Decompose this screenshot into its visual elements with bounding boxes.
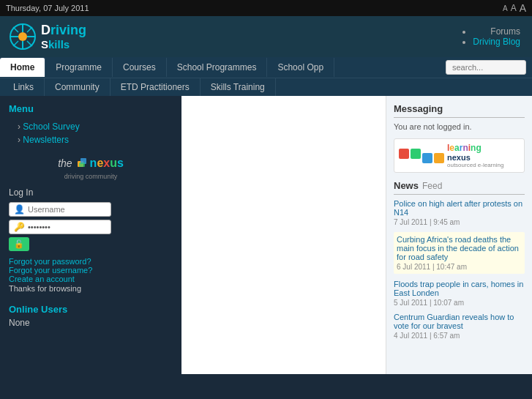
news-date-3: 4 Jul 2011 | 6:57 am bbox=[394, 332, 525, 340]
content-area bbox=[181, 96, 386, 374]
svg-line-9 bbox=[13, 41, 18, 46]
content-white bbox=[181, 96, 386, 374]
username-input[interactable] bbox=[28, 205, 106, 214]
login-button[interactable]: 🔓 bbox=[9, 237, 29, 251]
nexus-logo: the nexus bbox=[9, 157, 173, 170]
nexus-cube-icon bbox=[77, 157, 89, 169]
nav-school-opp[interactable]: School Opp bbox=[267, 58, 334, 77]
nexus-subtitle: driving community bbox=[9, 173, 173, 180]
nav-links[interactable]: Links bbox=[3, 78, 45, 96]
svg-point-1 bbox=[18, 32, 27, 41]
news-item-0: Police on high alert after protests on N… bbox=[394, 199, 525, 226]
news-link-3[interactable]: Centrum Guardian reveals how to vote for… bbox=[394, 313, 525, 330]
password-icon: 🔑 bbox=[14, 222, 25, 232]
online-users-value: None bbox=[9, 318, 173, 328]
forum-link[interactable]: Forums bbox=[473, 26, 520, 37]
logo-s: S bbox=[41, 38, 48, 51]
forgot-password-link[interactable]: Forgot your password? bbox=[9, 257, 173, 266]
right-panel: Messaging You are not logged in. learnin… bbox=[386, 96, 532, 374]
logo-d: D bbox=[41, 23, 50, 37]
ln-cube-red bbox=[399, 149, 409, 159]
header-links: Forums Driving Blog bbox=[473, 26, 523, 47]
nav-etd[interactable]: ETD Practitioners bbox=[110, 78, 201, 96]
news-section: News Feed Police on high alert after pro… bbox=[394, 180, 525, 340]
logo-riving: riving bbox=[50, 23, 86, 37]
not-logged-text: You are not logged in. bbox=[394, 122, 525, 131]
forgot-username-link[interactable]: Forgot your username? bbox=[9, 266, 173, 275]
login-title: Log In bbox=[9, 187, 173, 198]
svg-line-8 bbox=[27, 27, 32, 32]
login-btn-icon: 🔓 bbox=[14, 239, 24, 249]
sidebar: Menu School Survey Newsletters the nexus bbox=[0, 96, 181, 374]
learning-nexus-logo: learning nexus outsourced e-learning bbox=[394, 138, 525, 173]
messaging-title: Messaging bbox=[394, 103, 525, 118]
thanks-text: Thanks for browsing bbox=[9, 284, 81, 293]
menu-title: Menu bbox=[9, 103, 173, 114]
ln-cube-yellow bbox=[434, 153, 444, 163]
news-item-2: Floods trap people in cars, homes in Eas… bbox=[394, 280, 525, 307]
login-form: Log In 👤 🔑 🔓 Forgot your password? Forgo… bbox=[9, 187, 173, 294]
login-button-row: 🔓 bbox=[9, 237, 111, 251]
ln-learning: learning bbox=[447, 143, 503, 153]
nexus-word: nexus bbox=[90, 157, 124, 170]
nav-courses[interactable]: Courses bbox=[113, 58, 167, 77]
password-field-wrapper[interactable]: 🔑 bbox=[9, 220, 111, 234]
site-header: Driving Skills Forums Driving Blog bbox=[0, 16, 532, 57]
logo-icon bbox=[9, 23, 37, 51]
logo-text: Driving Skills bbox=[41, 23, 86, 51]
news-link-1[interactable]: Curbing Africa's road deaths the main fo… bbox=[397, 235, 522, 261]
svg-line-6 bbox=[13, 27, 18, 32]
forgot-links: Forgot your password? Forgot your userna… bbox=[9, 257, 173, 294]
forum-anchor[interactable]: Forums bbox=[490, 26, 520, 37]
ln-cube-green bbox=[411, 149, 421, 159]
messaging-section: Messaging You are not logged in. bbox=[394, 103, 525, 131]
search-container[interactable] bbox=[440, 57, 532, 78]
main-content: Menu School Survey Newsletters the nexus bbox=[0, 96, 532, 374]
nexus-the: the bbox=[58, 157, 72, 169]
sidebar-item-newsletters[interactable]: Newsletters bbox=[9, 133, 173, 146]
online-users-section: Online Users None bbox=[9, 304, 173, 328]
ln-cubes bbox=[399, 149, 444, 163]
svg-line-7 bbox=[27, 41, 32, 46]
primary-nav: Home Programme Courses School Programmes… bbox=[0, 57, 532, 78]
nexus-logo-area: the nexus driving community bbox=[9, 157, 173, 180]
news-date-1: 6 Jul 2011 | 10:47 am bbox=[397, 263, 522, 271]
username-field-wrapper[interactable]: 👤 bbox=[9, 202, 111, 217]
nav-skills-training[interactable]: Skills Training bbox=[201, 78, 276, 96]
search-input[interactable] bbox=[446, 60, 526, 75]
ln-cube-blue bbox=[422, 153, 432, 163]
sidebar-item-school-survey[interactable]: School Survey bbox=[9, 120, 173, 133]
font-small[interactable]: A bbox=[503, 4, 508, 12]
font-size-controls[interactable]: A A A bbox=[503, 2, 526, 14]
site-logo[interactable]: Driving Skills bbox=[9, 23, 86, 51]
news-date-0: 7 Jul 2011 | 9:45 am bbox=[394, 218, 525, 226]
password-input[interactable] bbox=[28, 223, 106, 231]
user-icon: 👤 bbox=[14, 204, 25, 215]
news-header: News Feed bbox=[394, 180, 525, 195]
ln-nexus: nexus bbox=[447, 153, 503, 162]
nav-home[interactable]: Home bbox=[0, 58, 45, 77]
ln-sub: outsourced e-learning bbox=[447, 162, 503, 168]
news-date-2: 5 Jul 2011 | 10:07 am bbox=[394, 299, 525, 307]
online-users-title: Online Users bbox=[9, 304, 173, 315]
blog-anchor[interactable]: Driving Blog bbox=[473, 37, 520, 47]
news-link-2[interactable]: Floods trap people in cars, homes in Eas… bbox=[394, 280, 525, 297]
news-item-1: Curbing Africa's road deaths the main fo… bbox=[394, 232, 525, 274]
news-item-3: Centrum Guardian reveals how to vote for… bbox=[394, 313, 525, 340]
font-medium[interactable]: A bbox=[511, 3, 517, 13]
create-account-link[interactable]: Create an account bbox=[9, 275, 173, 283]
secondary-nav: Links Community ETD Practitioners Skills… bbox=[0, 78, 532, 96]
news-link-0[interactable]: Police on high alert after protests on N… bbox=[394, 199, 525, 217]
font-large[interactable]: A bbox=[520, 2, 526, 14]
blog-link[interactable]: Driving Blog bbox=[473, 37, 520, 47]
nexus-cube-group: nexus bbox=[77, 157, 124, 170]
date-label: Thursday, 07 July 2011 bbox=[6, 4, 89, 12]
nav-school-programmes[interactable]: School Programmes bbox=[167, 58, 268, 77]
svg-rect-12 bbox=[79, 163, 85, 167]
ln-text: learning nexus outsourced e-learning bbox=[447, 143, 503, 168]
logo-kills: kills bbox=[48, 38, 70, 51]
nav-programme[interactable]: Programme bbox=[45, 58, 113, 77]
news-title: News bbox=[394, 180, 419, 191]
news-feed-label: Feed bbox=[422, 181, 442, 191]
nav-community[interactable]: Community bbox=[45, 78, 110, 96]
